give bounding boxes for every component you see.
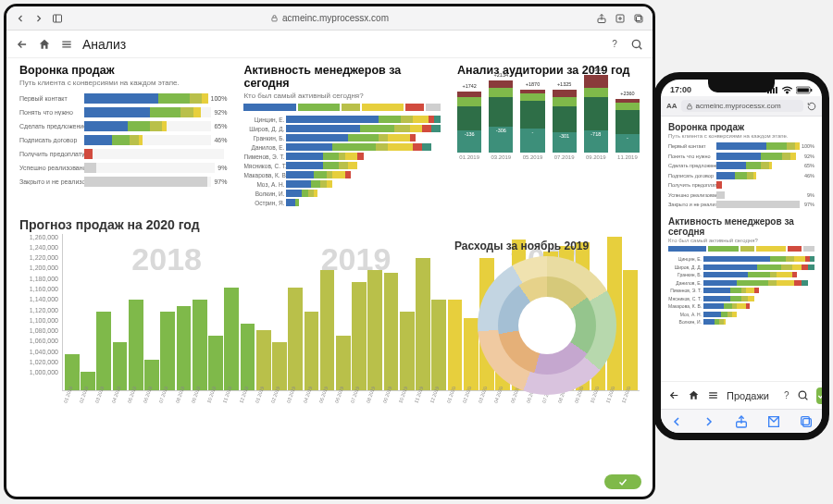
phone-confirm-button[interactable] — [816, 387, 827, 404]
svg-rect-31 — [802, 418, 811, 426]
phone-funnel-title: Воронка продаж — [668, 122, 814, 132]
forecast-y-tick: 1,160,000 — [19, 286, 62, 292]
phone-funnel-row: Сделать предложение 65% — [668, 161, 814, 170]
activity-row-label: Макарова, К. В. — [243, 172, 286, 178]
confirm-button[interactable] — [604, 474, 641, 489]
activity-row-label: Мясников, С. Т. — [243, 163, 286, 169]
phone-search-icon[interactable] — [797, 389, 809, 402]
svg-rect-7 — [637, 16, 643, 22]
phone-activity-row: Данилов, Е. — [668, 279, 814, 287]
dashboard-content: Воронка продаж Путь клиента с конверсиям… — [6, 58, 653, 497]
phone-frame: 17:00 AA acmeinc.myprocessx.com Воронка … — [653, 72, 829, 440]
phone-funnel-row: Закрыто и не реализовано 97% — [668, 200, 814, 209]
forecast-x-tick: 07.2018 — [158, 386, 178, 407]
phone-font-badge[interactable]: AA — [666, 102, 678, 110]
activity-row: Гранкин, Б. — [243, 134, 441, 143]
activity-card: Активность менеджеров за сегодня Кто был… — [243, 64, 441, 208]
phone-tabs-icon[interactable] — [799, 414, 814, 429]
phone-nav-forward-icon[interactable] — [702, 414, 716, 429]
forecast-x-tick: 09.2018 — [190, 386, 209, 407]
phone-activity-title: Активность менеджеров за сегодня — [668, 216, 814, 237]
help-icon[interactable]: ? — [608, 38, 621, 51]
forecast-bar — [193, 300, 207, 390]
browser-chrome: acmeinc.myprocessx.com — [6, 6, 653, 31]
activity-row: Мясников, С. Т. — [243, 162, 441, 171]
phone-home-icon[interactable] — [688, 389, 700, 402]
sidebar-icon[interactable] — [51, 12, 64, 25]
forecast-x-tick: 04.2018 — [110, 386, 130, 407]
svg-point-13 — [632, 40, 640, 47]
phone-page-title: Продажи — [727, 390, 769, 401]
forecast-x-tick: 08.2019 — [366, 386, 385, 407]
address-bar[interactable]: acmeinc.myprocessx.com — [143, 13, 516, 23]
funnel-row: Закрыто и не реализовано 97% — [19, 175, 227, 188]
home-icon[interactable] — [38, 38, 51, 51]
phone-activity-row: Гранкин, Б. — [668, 271, 814, 278]
forecast-x-tick: 04.2019 — [302, 386, 321, 407]
forecast-bar — [96, 312, 111, 390]
back-icon[interactable] — [14, 12, 27, 25]
audience-card: Анализ аудитории за 2019 год -136+1742 -… — [457, 64, 640, 208]
forecast-y-tick: 1,140,000 — [19, 296, 62, 302]
funnel-row-value: 100% — [211, 95, 228, 102]
forecast-x-tick: 01.2019 — [254, 386, 273, 407]
search-icon[interactable] — [630, 38, 643, 51]
forecast-bar — [177, 306, 192, 390]
phone-reload-icon[interactable] — [807, 102, 816, 111]
page-title: Анализ — [82, 37, 126, 52]
forecast-bar — [208, 336, 223, 389]
forecast-y-tick: 1,020,000 — [19, 359, 62, 365]
audience-xlabel: 11.2019 — [615, 154, 640, 160]
phone-funnel-subtitle: Путь клиента с конверсиями на каждом эта… — [668, 133, 814, 139]
forecast-bar — [272, 342, 287, 390]
forecast-bar — [256, 330, 271, 390]
svg-point-19 — [787, 92, 789, 93]
funnel-title: Воронка продаж — [19, 64, 227, 77]
funnel-row-value: 97% — [214, 178, 227, 185]
phone-address-bar[interactable]: acmeinc.myprocessx.com — [681, 100, 803, 112]
share-icon[interactable] — [595, 12, 608, 25]
audience-column: -718+1593 — [584, 75, 608, 153]
audience-xlabel: 07.2019 — [553, 154, 577, 160]
new-tab-icon[interactable] — [614, 12, 627, 25]
activity-row-label: Цинцин, Е. — [243, 117, 286, 123]
funnel-row: Понять что нужно 92% — [19, 105, 227, 118]
forecast-y-tick: 1,260,000 — [19, 234, 62, 240]
phone-menu-icon[interactable] — [707, 389, 719, 402]
phone-help-icon[interactable]: ? — [784, 389, 789, 402]
phone-content: Воронка продаж Путь клиента с конверсиям… — [661, 117, 822, 381]
forward-icon[interactable] — [32, 12, 45, 25]
check-icon — [617, 476, 628, 487]
forecast-bar — [305, 312, 319, 390]
phone-notch — [708, 80, 775, 92]
lock-icon — [270, 14, 279, 22]
activity-row: Цинцин, Е. — [243, 116, 441, 125]
funnel-row-value: 9% — [218, 165, 227, 171]
menu-icon[interactable] — [60, 38, 73, 51]
phone-nav-back-icon[interactable] — [669, 414, 684, 429]
back-arrow-icon[interactable] — [16, 38, 29, 51]
activity-row-label: Волкин, И. — [243, 191, 286, 197]
phone-back-icon[interactable] — [668, 389, 680, 402]
phone-funnel-row: Понять что нужно 92% — [668, 152, 814, 161]
expenses-card: Расходы за ноябрь 2019 — [454, 240, 640, 395]
activity-row: Волкин, И. — [243, 190, 441, 199]
forecast-bar — [288, 288, 303, 390]
forecast-x-tick: 10.2019 — [397, 386, 416, 407]
svg-rect-23 — [687, 105, 691, 108]
activity-row: Данилов, Е. — [243, 143, 441, 153]
expenses-sunburst — [478, 256, 616, 395]
phone-share-icon[interactable] — [734, 414, 749, 429]
phone-app-toolbar: Продажи ? — [661, 381, 822, 409]
audience-xlabel: 05.2019 — [520, 154, 544, 160]
activity-row-label: Пименов, Э. Т. — [243, 154, 286, 160]
tabs-icon[interactable] — [632, 12, 645, 25]
audience-column: -306+2134 — [489, 80, 513, 153]
app-toolbar: Анализ ? — [6, 31, 653, 58]
phone-address-text: acmeinc.myprocessx.com — [696, 102, 781, 110]
forecast-y-axis: 1,260,0001,240,0001,220,0001,200,0001,18… — [19, 234, 62, 391]
activity-row: Моз, А. Н. — [243, 180, 441, 190]
lock-icon — [686, 103, 693, 110]
phone-bookmarks-icon[interactable] — [766, 414, 781, 429]
svg-rect-32 — [801, 416, 809, 424]
